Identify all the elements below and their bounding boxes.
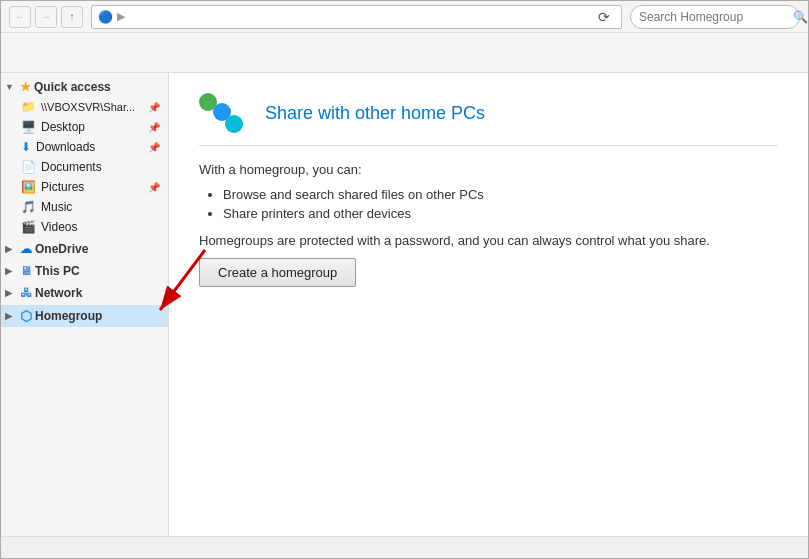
network-section: ▶ 🖧 Network — [1, 283, 168, 303]
content-body: With a homegroup, you can: Browse and se… — [199, 162, 778, 287]
sidebar-item-downloads[interactable]: ⬇ Downloads 📌 — [1, 137, 168, 157]
network-header[interactable]: ▶ 🖧 Network — [1, 283, 168, 303]
main-area: ▼ ★ Quick access 📁 \\VBOXSVR\Shar... 📌 🖥… — [1, 73, 808, 536]
documents-icon: 📄 — [21, 160, 36, 174]
thispc-icon: 🖥 — [20, 264, 32, 278]
onedrive-chevron: ▶ — [5, 244, 17, 254]
music-icon: 🎵 — [21, 200, 36, 214]
thispc-label: This PC — [35, 264, 80, 278]
bullet-item-2: Share printers and other devices — [223, 206, 778, 221]
address-separator: ▶ — [117, 10, 125, 23]
pictures-icon: 🖼️ — [21, 180, 36, 194]
network-chevron: ▶ — [5, 288, 17, 298]
thispc-chevron: ▶ — [5, 266, 17, 276]
homegroup-logo — [199, 93, 249, 133]
desktop-label: Desktop — [41, 120, 85, 134]
logo-dot-teal — [225, 115, 243, 133]
homegroup-chevron: ▶ — [5, 311, 17, 321]
pin-icon-downloads: 📌 — [148, 142, 160, 153]
back-button[interactable]: ← — [9, 6, 31, 28]
music-label: Music — [41, 200, 72, 214]
bullet-list: Browse and search shared files on other … — [199, 187, 778, 221]
sidebar-item-vbox[interactable]: 📁 \\VBOXSVR\Shar... 📌 — [1, 97, 168, 117]
refresh-button[interactable]: ⟳ — [593, 6, 615, 28]
network-label: Network — [35, 286, 82, 300]
onedrive-label: OneDrive — [35, 242, 88, 256]
forward-button[interactable]: → — [35, 6, 57, 28]
titlebar: ← → ↑ 🔵 ▶ Homegroup ⟳ 🔍 — [1, 1, 808, 33]
vbox-icon: 📁 — [21, 100, 36, 114]
homegroup-nav-icon: ⬡ — [20, 308, 32, 324]
search-bar[interactable]: 🔍 — [630, 5, 800, 29]
content-area: Share with other home PCs With a homegro… — [169, 73, 808, 536]
sidebar-item-desktop[interactable]: 🖥️ Desktop 📌 — [1, 117, 168, 137]
onedrive-section: ▶ ☁ OneDrive — [1, 239, 168, 259]
search-input[interactable] — [639, 10, 789, 24]
sidebar-item-documents[interactable]: 📄 Documents — [1, 157, 168, 177]
content-title: Share with other home PCs — [265, 103, 485, 124]
onedrive-header[interactable]: ▶ ☁ OneDrive — [1, 239, 168, 259]
videos-label: Videos — [41, 220, 77, 234]
quick-access-header[interactable]: ▼ ★ Quick access — [1, 77, 168, 97]
address-bar[interactable]: 🔵 ▶ Homegroup ⟳ — [91, 5, 622, 29]
pin-icon-pictures: 📌 — [148, 182, 160, 193]
documents-label: Documents — [41, 160, 102, 174]
sidebar-item-pictures[interactable]: 🖼️ Pictures 📌 — [1, 177, 168, 197]
desktop-icon: 🖥️ — [21, 120, 36, 134]
thispc-section: ▶ 🖥 This PC — [1, 261, 168, 281]
downloads-icon: ⬇ — [21, 140, 31, 154]
homegroup-header[interactable]: ▶ ⬡ Homegroup — [1, 305, 168, 327]
up-button[interactable]: ↑ — [61, 6, 83, 28]
pin-icon: 📌 — [148, 102, 160, 113]
homegroup-address-icon: 🔵 — [98, 10, 113, 24]
pin-icon-desktop: 📌 — [148, 122, 160, 133]
create-homegroup-button[interactable]: Create a homegroup — [199, 258, 356, 287]
bullet-item-1: Browse and search shared files on other … — [223, 187, 778, 202]
vbox-label: \\VBOXSVR\Shar... — [41, 101, 135, 113]
content-header: Share with other home PCs — [199, 93, 778, 146]
content-intro: With a homegroup, you can: — [199, 162, 778, 177]
content-note: Homegroups are protected with a password… — [199, 233, 778, 248]
network-icon: 🖧 — [20, 286, 32, 300]
statusbar — [1, 536, 808, 558]
quick-access-label: Quick access — [34, 80, 111, 94]
sidebar-item-videos[interactable]: 🎬 Videos — [1, 217, 168, 237]
quick-access-icon: ★ — [20, 80, 31, 94]
onedrive-icon: ☁ — [20, 242, 32, 256]
quick-access-chevron: ▼ — [5, 82, 17, 92]
sidebar-item-music[interactable]: 🎵 Music — [1, 197, 168, 217]
address-input[interactable]: Homegroup — [129, 9, 589, 24]
homegroup-nav-label: Homegroup — [35, 309, 102, 323]
downloads-label: Downloads — [36, 140, 95, 154]
thispc-header[interactable]: ▶ 🖥 This PC — [1, 261, 168, 281]
pictures-label: Pictures — [41, 180, 84, 194]
homegroup-section: ▶ ⬡ Homegroup — [1, 305, 168, 327]
sidebar: ▼ ★ Quick access 📁 \\VBOXSVR\Shar... 📌 🖥… — [1, 73, 169, 536]
quick-access-section: ▼ ★ Quick access 📁 \\VBOXSVR\Shar... 📌 🖥… — [1, 77, 168, 237]
search-icon: 🔍 — [793, 10, 808, 24]
videos-icon: 🎬 — [21, 220, 36, 234]
toolbar — [1, 33, 808, 73]
